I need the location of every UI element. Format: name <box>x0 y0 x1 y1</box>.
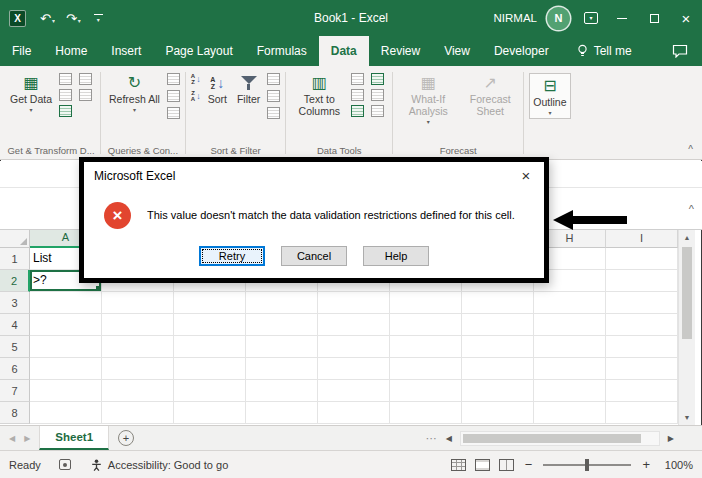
cell-F6[interactable] <box>390 358 462 380</box>
horizontal-scrollbar-thumb[interactable] <box>463 434 641 443</box>
cell-I5[interactable] <box>606 336 678 358</box>
clear-filter-icon[interactable] <box>267 73 280 85</box>
tab-review[interactable]: Review <box>369 36 432 66</box>
sort-button[interactable]: AZ ↓ Sort <box>205 71 230 108</box>
cell-I2[interactable] <box>606 270 678 292</box>
cell-E3[interactable] <box>318 292 390 314</box>
zoom-slider[interactable] <box>543 464 631 466</box>
cell-H3[interactable] <box>534 292 606 314</box>
cancel-button[interactable]: Cancel <box>281 246 347 266</box>
help-button[interactable]: Help <box>363 246 429 266</box>
recent-sources-icon[interactable] <box>79 73 92 85</box>
cell-G8[interactable] <box>462 402 534 424</box>
row-header-1[interactable]: 1 <box>0 248 30 270</box>
cell-F4[interactable] <box>390 314 462 336</box>
cell-F3[interactable] <box>390 292 462 314</box>
filter-button[interactable]: Filter <box>234 71 263 108</box>
cell-G4[interactable] <box>462 314 534 336</box>
cell-I8[interactable] <box>606 402 678 424</box>
cell-D7[interactable] <box>246 380 318 402</box>
existing-connections-icon[interactable] <box>79 89 92 101</box>
cell-E7[interactable] <box>318 380 390 402</box>
tab-view[interactable]: View <box>432 36 482 66</box>
tab-file[interactable]: File <box>0 36 43 66</box>
cell-C5[interactable] <box>174 336 246 358</box>
redo-button[interactable]: ↷ ▾ <box>62 12 85 25</box>
cell-E8[interactable] <box>318 402 390 424</box>
relationships-icon[interactable] <box>371 89 384 101</box>
flash-fill-icon[interactable] <box>351 73 364 85</box>
cell-A7[interactable] <box>30 380 102 402</box>
dialog-close-button[interactable]: × <box>515 167 537 184</box>
cell-A8[interactable] <box>30 402 102 424</box>
row-header-8[interactable]: 8 <box>0 402 30 424</box>
row-header-4[interactable]: 4 <box>0 314 30 336</box>
accessibility-status[interactable]: Accessibility: Good to go <box>91 459 228 471</box>
cell-E5[interactable] <box>318 336 390 358</box>
cell-A6[interactable] <box>30 358 102 380</box>
cell-B5[interactable] <box>102 336 174 358</box>
cell-I7[interactable] <box>606 380 678 402</box>
cell-F5[interactable] <box>390 336 462 358</box>
from-web-icon[interactable] <box>59 89 72 101</box>
consolidate-icon[interactable] <box>371 73 384 85</box>
cell-D4[interactable] <box>246 314 318 336</box>
row-header-6[interactable]: 6 <box>0 358 30 380</box>
record-macro-icon[interactable] <box>59 459 71 470</box>
scroll-left-icon[interactable]: ◀ <box>444 434 454 443</box>
zoom-in-button[interactable]: + <box>640 458 652 471</box>
zoom-level[interactable]: 100% <box>661 459 693 471</box>
cell-I6[interactable] <box>606 358 678 380</box>
outline-button[interactable]: ⊟ Outline ▾ <box>529 73 570 119</box>
row-header-5[interactable]: 5 <box>0 336 30 358</box>
new-sheet-button[interactable]: + <box>118 430 134 446</box>
cell-H7[interactable] <box>534 380 606 402</box>
normal-view-button[interactable] <box>451 459 466 471</box>
row-header-7[interactable]: 7 <box>0 380 30 402</box>
cell-H5[interactable] <box>534 336 606 358</box>
cell-D8[interactable] <box>246 402 318 424</box>
cell-A5[interactable] <box>30 336 102 358</box>
refresh-all-button[interactable]: ↻ Refresh All ▾ <box>106 71 163 115</box>
minimize-button[interactable] <box>606 0 638 36</box>
from-table-range-icon[interactable] <box>59 105 72 117</box>
reapply-filter-icon[interactable] <box>267 90 280 102</box>
zoom-slider-thumb[interactable] <box>585 459 589 471</box>
tab-home[interactable]: Home <box>43 36 99 66</box>
cell-B7[interactable] <box>102 380 174 402</box>
remove-duplicates-icon[interactable] <box>351 89 364 101</box>
advanced-filter-icon[interactable] <box>267 107 280 119</box>
horizontal-scrollbar-track[interactable] <box>460 431 660 446</box>
sort-ascending-button[interactable]: AZ ↓ <box>191 73 201 85</box>
zoom-out-button[interactable]: − <box>523 458 535 471</box>
row-header-2[interactable]: 2 <box>0 270 30 292</box>
previous-sheet-icon[interactable]: ◀ <box>9 434 15 443</box>
maximize-button[interactable] <box>638 0 670 36</box>
page-break-preview-button[interactable] <box>499 459 514 471</box>
cell-B3[interactable] <box>102 292 174 314</box>
sort-descending-button[interactable]: ZA ↓ <box>191 90 201 102</box>
data-validation-icon[interactable] <box>351 105 364 117</box>
cell-H6[interactable] <box>534 358 606 380</box>
account-avatar[interactable]: N <box>547 7 570 30</box>
cell-G6[interactable] <box>462 358 534 380</box>
sheet-tab-sheet1[interactable]: Sheet1 <box>39 426 109 450</box>
cell-H4[interactable] <box>534 314 606 336</box>
select-all-button[interactable] <box>0 230 30 248</box>
cell-A3[interactable] <box>30 292 102 314</box>
cell-F8[interactable] <box>390 402 462 424</box>
scroll-down-icon[interactable]: ▼ <box>679 414 695 421</box>
cell-B4[interactable] <box>102 314 174 336</box>
row-header-3[interactable]: 3 <box>0 292 30 314</box>
tab-insert[interactable]: Insert <box>99 36 153 66</box>
vertical-scrollbar-thumb[interactable] <box>682 247 692 339</box>
page-layout-view-button[interactable] <box>475 459 490 471</box>
cell-C3[interactable] <box>174 292 246 314</box>
manage-data-model-icon[interactable] <box>371 105 384 117</box>
cell-H8[interactable] <box>534 402 606 424</box>
what-if-analysis-button[interactable]: ▦ What-If Analysis ▾ <box>398 71 458 127</box>
tab-page-layout[interactable]: Page Layout <box>153 36 244 66</box>
from-text-csv-icon[interactable] <box>59 73 72 85</box>
cell-B6[interactable] <box>102 358 174 380</box>
cell-I4[interactable] <box>606 314 678 336</box>
